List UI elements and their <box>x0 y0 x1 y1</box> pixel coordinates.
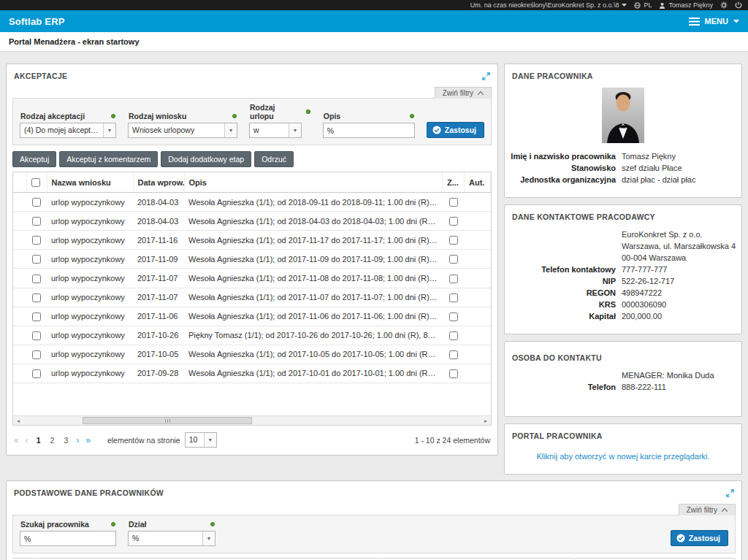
z-checkbox[interactable] <box>449 369 458 378</box>
next-page-button[interactable]: › <box>76 435 79 445</box>
table-row[interactable]: › … urlop wypoczynkowy 2017-10-05 Wesoła… <box>13 345 491 364</box>
open-portal-link[interactable]: Kliknij aby otworzyć w nowej karcie prze… <box>505 446 741 464</box>
z-checkbox[interactable] <box>449 331 458 340</box>
first-page-button[interactable]: « <box>14 435 19 445</box>
table-row[interactable]: › … urlop wypoczynkowy 2017-11-07 Wesoła… <box>13 269 491 288</box>
collapse-filters-button[interactable]: Zwiń filtry <box>435 87 492 99</box>
table-row[interactable]: › … urlop wypoczynkowy 2017-10-26 Piękny… <box>13 326 491 345</box>
gear-icon <box>720 1 728 9</box>
employee-portal-panel: PORTAL PRACOWNIKA Kliknij aby otworzyć w… <box>504 423 742 475</box>
scroll-right-arrow[interactable]: ► <box>481 416 491 425</box>
chevron-down-icon: ▾ <box>289 123 301 137</box>
settings-button[interactable] <box>720 1 728 9</box>
filter-label: Rodzaj wniosku <box>129 112 186 120</box>
field-value: dział płac - dział płac <box>622 175 741 184</box>
z-checkbox[interactable] <box>449 255 458 264</box>
request-name-cell: urlop wypoczynkowy <box>47 212 133 231</box>
context-selector[interactable]: Um. na czas nieokreślony\EuroKonkret Sp.… <box>470 1 627 9</box>
field-value: 200,000.00 <box>622 312 741 321</box>
logout-button[interactable] <box>735 1 742 9</box>
hamburger-icon <box>689 18 700 26</box>
z-checkbox[interactable] <box>449 350 458 359</box>
check-circle-icon <box>432 126 441 134</box>
contact-panel-title: OSOBA DO KONTAKTU <box>512 353 602 362</box>
add-extra-stage-button[interactable]: Dodaj dodatkowy etap <box>161 151 251 167</box>
reject-button[interactable]: Odrzuć <box>254 151 294 167</box>
per-page-select[interactable]: 10 ▾ <box>185 432 217 448</box>
last-page-button[interactable]: » <box>85 435 91 445</box>
user-menu[interactable]: Tomasz Piękny <box>659 1 713 9</box>
chevron-down-icon: ▾ <box>103 123 115 137</box>
expand-panel-icon[interactable] <box>482 72 490 80</box>
z-checkbox[interactable] <box>449 312 458 321</box>
rodzaj-urlopu-select[interactable]: w ▾ <box>249 123 302 138</box>
row-checkbox[interactable] <box>32 217 41 226</box>
z-checkbox[interactable] <box>449 198 458 207</box>
request-desc-cell: Wesoła Agnieszka (1/1); od 2018-04-03 do… <box>184 212 443 231</box>
column-header-z[interactable]: Z... <box>443 172 465 193</box>
table-row[interactable]: › … urlop wypoczynkowy 2017-11-06 Wesoła… <box>13 307 491 326</box>
filter-opis: Opis <box>323 111 415 138</box>
row-checkbox[interactable] <box>32 275 41 283</box>
language-selector[interactable]: PL <box>634 1 652 9</box>
scroll-left-arrow[interactable]: ◄ <box>13 416 23 425</box>
acceptance-actions: Akceptuj Akceptuj z komentarzem Dodaj do… <box>7 145 497 172</box>
z-checkbox[interactable] <box>449 275 458 283</box>
filter-rodzaj-wniosku: Rodzaj wniosku Wniosek urlopowy ▾ <box>128 111 237 138</box>
request-name-cell: urlop wypoczynkowy <box>47 269 133 288</box>
z-checkbox[interactable] <box>449 217 458 226</box>
row-checkbox[interactable] <box>32 255 41 264</box>
z-checkbox[interactable] <box>449 236 458 245</box>
rodzaj-wniosku-select[interactable]: Wniosek urlopowy ▾ <box>128 123 237 138</box>
row-checkbox[interactable] <box>32 350 41 359</box>
apply-filters-button[interactable]: Zastosuj <box>671 530 728 546</box>
row-checkbox[interactable] <box>32 369 41 378</box>
row-checkbox[interactable] <box>32 198 41 207</box>
row-checkbox[interactable] <box>32 331 41 340</box>
column-header-nazwa[interactable]: Nazwa wniosku <box>47 172 133 193</box>
field-value: 888-222-111 <box>622 383 741 391</box>
column-header-data[interactable]: Data wprow.▼ <box>133 172 184 193</box>
apply-label: Zastosuj <box>445 126 476 134</box>
page-number-1[interactable]: 1 <box>35 436 42 445</box>
column-header-opis[interactable]: Opis <box>184 172 443 193</box>
apply-filters-button[interactable]: Zastosuj <box>427 122 484 138</box>
column-header-aut[interactable]: Aut. <box>465 172 491 193</box>
chevron-up-icon <box>478 91 484 95</box>
table-row[interactable]: › … urlop wypoczynkowy 2017-11-09 Wesoła… <box>13 250 491 269</box>
rodzaj-akceptacji-select[interactable]: (4) Do mojej akceptacji, Za... ▾ <box>20 123 116 138</box>
row-checkbox[interactable] <box>32 294 41 302</box>
chevron-down-icon <box>622 4 627 7</box>
accept-with-comment-button[interactable]: Akceptuj z komentarzem <box>59 151 158 167</box>
scrollbar-thumb[interactable] <box>83 417 252 424</box>
table-row[interactable]: › … urlop wypoczynkowy 2017-09-28 Wesoła… <box>13 364 491 383</box>
dzial-select[interactable]: % ▾ <box>128 531 215 546</box>
row-checkbox[interactable] <box>32 312 41 321</box>
table-row[interactable]: › … urlop wypoczynkowy 2018-04-03 Wesoła… <box>13 193 491 212</box>
page-number-3[interactable]: 3 <box>62 436 69 445</box>
table-row[interactable]: › … urlop wypoczynkowy 2018-04-03 Wesoła… <box>13 212 491 231</box>
employee-data-panel: DANE PRACOWNIKA I <box>504 64 742 198</box>
expand-panel-icon[interactable] <box>726 489 734 497</box>
field-value: 522-26-12-717 <box>622 277 741 285</box>
page-number-2[interactable]: 2 <box>49 436 56 445</box>
table-row[interactable]: › … urlop wypoczynkowy 2017-11-16 Wesoła… <box>13 231 491 250</box>
z-checkbox[interactable] <box>449 294 458 302</box>
select-all-checkbox[interactable] <box>31 178 40 187</box>
szukaj-pracownika-input[interactable] <box>20 531 116 546</box>
menu-button[interactable]: MENU <box>689 17 739 26</box>
collapse-filters-button[interactable]: Zwiń filtry <box>679 504 736 515</box>
select-value: Wniosek urlopowy <box>129 123 224 137</box>
accept-button[interactable]: Akceptuj <box>12 151 56 167</box>
row-checkbox[interactable] <box>32 236 41 245</box>
horizontal-scrollbar[interactable]: ◄ ► <box>13 415 491 425</box>
chevron-down-icon <box>733 20 739 23</box>
table-row[interactable]: › … urlop wypoczynkowy 2017-11-07 Wesoła… <box>13 288 491 307</box>
filter-label: Rodzaj akceptacji <box>20 112 85 120</box>
collapse-filters-label: Zwiń filtry <box>443 89 473 97</box>
field-value: 777-777-777 <box>622 265 741 274</box>
field-value: Warszawa, ul. Marszałkowska 4 <box>622 242 741 250</box>
opis-input[interactable] <box>323 123 415 138</box>
scrollbar-track[interactable] <box>23 416 481 425</box>
prev-page-button[interactable]: ‹ <box>26 435 28 445</box>
